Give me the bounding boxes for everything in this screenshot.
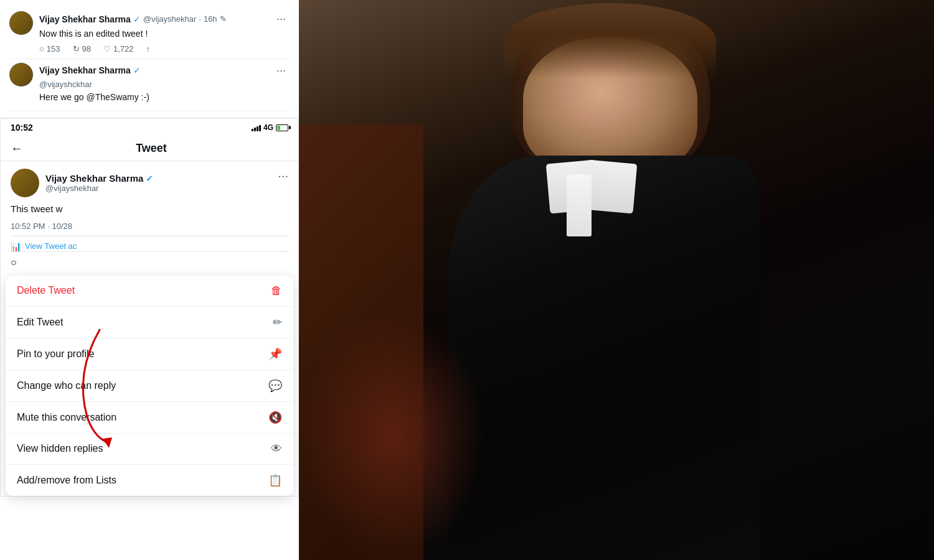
tweet-detail-more-btn[interactable]: ··· — [278, 169, 288, 183]
left-panel: Vijay Shekhar Sharma ✓ @vijayshekhar · 1… — [0, 0, 299, 560]
edit-indicator-1: ✎ — [220, 14, 227, 24]
dropdown-menu: Delete Tweet 🗑 Edit Tweet ✏ Pin to your … — [6, 276, 293, 496]
tweet-time-1: · — [199, 14, 201, 24]
tweet-content-2: Vijay Shekhar Sharma ✓ ··· @vijayshckhar… — [39, 63, 290, 108]
reply-settings-label: Change who can reply — [17, 380, 116, 391]
tweet-detail-user-info: Vijay Shekhar Sharma ✓ @vijayshekhar — [45, 173, 153, 193]
retweet-count-1: ↻ 98 — [73, 44, 91, 54]
analytics-icon: 📊 — [11, 241, 21, 251]
tweet-more-1[interactable]: ··· — [273, 11, 290, 27]
network-type: 4G — [263, 123, 273, 132]
tweet-text-1: Now this is an edited tweet ! — [39, 28, 290, 40]
tweet-detail-name: Vijay Shekhar Sharma ✓ — [45, 173, 153, 184]
tweet-text-2: Here we go @TheSwamy :-) — [39, 91, 290, 104]
delete-icon: 🗑 — [271, 284, 282, 297]
reply-icon-detail[interactable]: ○ — [11, 257, 17, 268]
signal-bars — [252, 124, 261, 131]
tweet-username-2: Vijay Shekhar Sharma — [39, 65, 131, 75]
mute-label: Mute this conversation — [17, 412, 116, 423]
avatar-1 — [9, 11, 33, 35]
battery-fill — [277, 126, 280, 130]
hidden-replies-icon: 👁 — [271, 442, 282, 455]
comment-count-1: ○ 153 — [39, 44, 60, 54]
person-silhouette — [448, 0, 884, 560]
reply-settings-icon: 💬 — [268, 379, 282, 393]
battery-icon — [276, 124, 288, 131]
hidden-replies-label: View hidden replies — [17, 443, 103, 454]
person-photo — [299, 0, 934, 560]
tweet-analytics: 📊 View Tweet ac — [11, 236, 288, 251]
bar-1 — [252, 129, 253, 131]
tweet-username-1: Vijay Shekhar Sharma — [39, 14, 131, 24]
menu-item-pin[interactable]: Pin to your profile 📌 — [6, 338, 293, 370]
menu-item-delete[interactable]: Delete Tweet 🗑 — [6, 276, 293, 307]
phone-mockup: 10:52 4G ← Tweet — [0, 118, 299, 497]
like-count-1: ♡ 1,722 — [103, 44, 134, 54]
heart-icon-1: ♡ — [103, 44, 111, 54]
share-icon-1: ↑ — [146, 44, 151, 54]
edit-icon: ✏ — [273, 315, 282, 329]
hair-shape — [504, 3, 716, 78]
tweet-detail-user: Vijay Shekhar Sharma ✓ @vijayshekhar — [11, 169, 153, 197]
pin-icon: 📌 — [268, 347, 282, 361]
comment-icon-1: ○ — [39, 44, 44, 54]
right-panel — [299, 0, 934, 560]
tweet-detail-text: This tweet w — [11, 202, 288, 217]
verified-badge-detail: ✓ — [146, 174, 153, 184]
tweet-handle-1: @vijayshekhar — [143, 14, 196, 24]
verified-badge-1: ✓ — [133, 14, 141, 24]
tweet-detail-avatar — [11, 169, 39, 197]
mute-icon: 🔇 — [268, 411, 282, 424]
tweet-item-1: Vijay Shekhar Sharma ✓ @vijayshekhar · 1… — [9, 6, 290, 59]
lists-icon: 📋 — [268, 474, 282, 487]
nav-title: Tweet — [33, 142, 270, 155]
foliage-blur — [299, 311, 486, 560]
back-button[interactable]: ← — [11, 141, 23, 156]
tweet-time-value-1: 16h — [204, 14, 217, 24]
tweet-item-2: Vijay Shekhar Sharma ✓ ··· @vijayshckhar… — [9, 59, 290, 112]
menu-item-lists[interactable]: Add/remove from Lists 📋 — [6, 465, 293, 496]
bar-2 — [254, 128, 256, 131]
avatar-2 — [9, 63, 33, 86]
menu-item-hidden-replies[interactable]: View hidden replies 👁 — [6, 434, 293, 465]
tweet-detail-handle: @vijayshekhar — [45, 184, 153, 193]
tweet-detail: Vijay Shekhar Sharma ✓ @vijayshekhar ···… — [1, 161, 298, 276]
status-icons: 4G — [252, 123, 288, 132]
menu-item-mute[interactable]: Mute this conversation 🔇 — [6, 402, 293, 434]
tweet-detail-actions: ○ — [11, 251, 288, 268]
tweet-header-2: Vijay Shekhar Sharma ✓ ··· — [39, 63, 290, 78]
menu-item-edit[interactable]: Edit Tweet ✏ — [6, 307, 293, 338]
bar-3 — [257, 126, 258, 131]
tweet-detail-meta: 10:52 PM · 10/28 — [11, 222, 288, 231]
status-bar: 10:52 4G — [1, 119, 298, 136]
tweet-more-2[interactable]: ··· — [273, 63, 290, 78]
bar-4 — [259, 125, 261, 131]
retweet-icon-1: ↻ — [73, 44, 80, 54]
tweets-section: Vijay Shekhar Sharma ✓ @vijayshekhar · 1… — [0, 0, 299, 118]
tweet-handle-2: @vijayshckhar — [39, 80, 290, 89]
suit-shape — [448, 156, 760, 560]
delete-label: Delete Tweet — [17, 285, 75, 296]
lists-label: Add/remove from Lists — [17, 475, 116, 486]
tweet-content-1: Vijay Shekhar Sharma ✓ @vijayshekhar · 1… — [39, 11, 290, 54]
status-time: 10:52 — [11, 123, 33, 133]
menu-item-reply-settings[interactable]: Change who can reply 💬 — [6, 370, 293, 402]
verified-badge-2: ✓ — [133, 65, 141, 75]
edit-label: Edit Tweet — [17, 317, 63, 328]
tweet-detail-header: Vijay Shekhar Sharma ✓ @vijayshekhar ··· — [11, 169, 288, 197]
shirt-front — [567, 174, 592, 236]
phone-nav: ← Tweet — [1, 136, 298, 161]
tweet-header-1: Vijay Shekhar Sharma ✓ @vijayshekhar · 1… — [39, 11, 290, 27]
tweet-actions-1: ○ 153 ↻ 98 ♡ 1,722 ↑ — [39, 44, 290, 54]
pin-label: Pin to your profile — [17, 348, 95, 360]
